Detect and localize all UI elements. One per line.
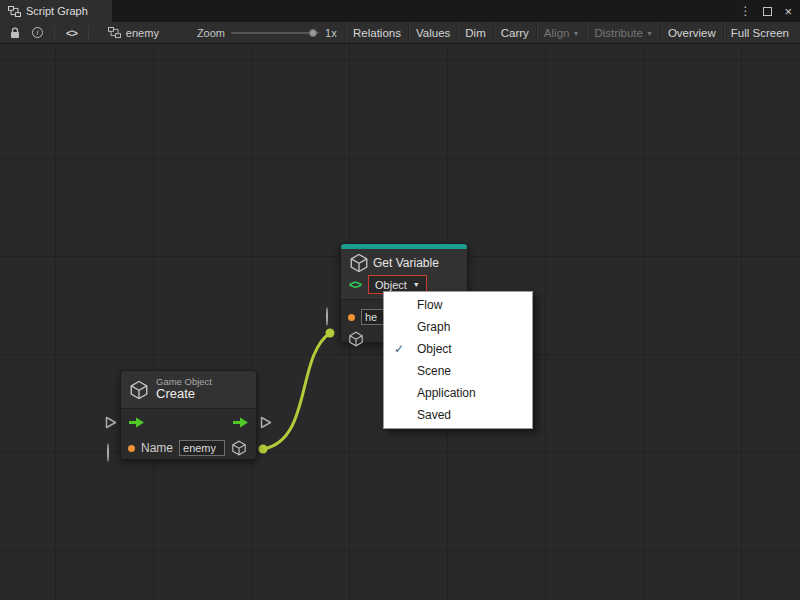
- node-header[interactable]: Game Object Create: [121, 371, 256, 409]
- flow-output-port[interactable]: [260, 415, 272, 433]
- window-controls: ⋮ ×: [731, 0, 800, 22]
- string-input-port[interactable]: [326, 308, 328, 326]
- window-menu-icon[interactable]: ⋮: [739, 4, 751, 18]
- variable-code-icon: <>: [349, 278, 361, 292]
- menu-item-graph[interactable]: Graph: [384, 316, 532, 338]
- node-create-game-object[interactable]: Game Object Create Name: [120, 370, 257, 460]
- info-icon[interactable]: i: [26, 22, 49, 43]
- flow-in-arrow-icon[interactable]: [128, 416, 145, 429]
- zoom-label: Zoom: [197, 27, 225, 39]
- zoom-value: 1x: [325, 27, 337, 39]
- connection-wire[interactable]: [263, 333, 330, 449]
- window-titlebar: Script Graph ⋮ ×: [0, 0, 800, 22]
- zoom-slider-handle[interactable]: [309, 29, 317, 37]
- cube-icon: [348, 331, 364, 347]
- graph-toolbar: i <> enemy Zoom 1x Relations Values Dim …: [0, 22, 800, 44]
- zoom-slider[interactable]: [231, 26, 319, 40]
- tab-title: Script Graph: [26, 5, 88, 17]
- name-port-row: Name: [121, 435, 256, 461]
- name-input[interactable]: [179, 440, 225, 456]
- string-port-dot: [128, 445, 135, 452]
- menu-item-saved[interactable]: Saved: [384, 404, 532, 426]
- node-title: Get Variable: [373, 256, 439, 270]
- string-port-dot: [348, 314, 355, 321]
- script-graph-icon: [8, 6, 21, 17]
- toolbar-separator: [88, 26, 89, 40]
- zoom-slider-track: [231, 32, 319, 34]
- chevron-down-icon: ▼: [413, 281, 420, 288]
- values-button[interactable]: Values: [408, 22, 457, 43]
- graph-name-label: enemy: [126, 27, 159, 39]
- variable-kind-value: Object: [375, 279, 407, 291]
- flow-out-arrow-icon[interactable]: [232, 416, 249, 429]
- fullscreen-button[interactable]: Full Screen: [723, 22, 796, 43]
- lock-icon[interactable]: [4, 22, 26, 43]
- graph-canvas[interactable]: Game Object Create Name: [0, 44, 800, 600]
- graph-breadcrumb[interactable]: enemy: [108, 27, 159, 39]
- cube-icon: [129, 380, 149, 400]
- code-view-icon[interactable]: <>: [60, 22, 83, 43]
- close-icon[interactable]: ×: [784, 5, 792, 18]
- gameobject-source-port[interactable]: [326, 329, 335, 338]
- gameobject-output-port[interactable]: [259, 445, 268, 454]
- tab-script-graph[interactable]: Script Graph: [0, 0, 112, 22]
- node-title: Create: [156, 387, 212, 402]
- menu-item-application[interactable]: Application: [384, 382, 532, 404]
- variable-kind-menu: Flow Graph ✓ Object Scene Application Sa…: [383, 291, 533, 429]
- check-icon: ✓: [394, 338, 404, 360]
- distribute-button[interactable]: Distribute ▼: [586, 22, 660, 43]
- cube-icon: [231, 440, 247, 456]
- flow-ports-row: [121, 409, 256, 435]
- value-input-port[interactable]: [107, 444, 109, 462]
- script-graph-icon: [108, 27, 121, 38]
- menu-item-scene[interactable]: Scene: [384, 360, 532, 382]
- align-button[interactable]: Align ▼: [536, 22, 587, 43]
- toolbar-buttons: Relations Values Dim Carry Align ▼ Distr…: [345, 22, 796, 43]
- dim-button[interactable]: Dim: [457, 22, 492, 43]
- maximize-icon[interactable]: [763, 7, 772, 16]
- relations-button[interactable]: Relations: [345, 22, 408, 43]
- overview-button[interactable]: Overview: [660, 22, 723, 43]
- chevron-down-icon: ▼: [572, 30, 579, 37]
- carry-button[interactable]: Carry: [493, 22, 536, 43]
- flow-input-port[interactable]: [105, 415, 117, 433]
- toolbar-separator: [54, 26, 55, 40]
- chevron-down-icon: ▼: [646, 30, 653, 37]
- menu-item-flow[interactable]: Flow: [384, 294, 532, 316]
- cube-icon: [349, 253, 369, 273]
- name-port-label: Name: [141, 441, 173, 455]
- menu-item-object[interactable]: ✓ Object: [384, 338, 532, 360]
